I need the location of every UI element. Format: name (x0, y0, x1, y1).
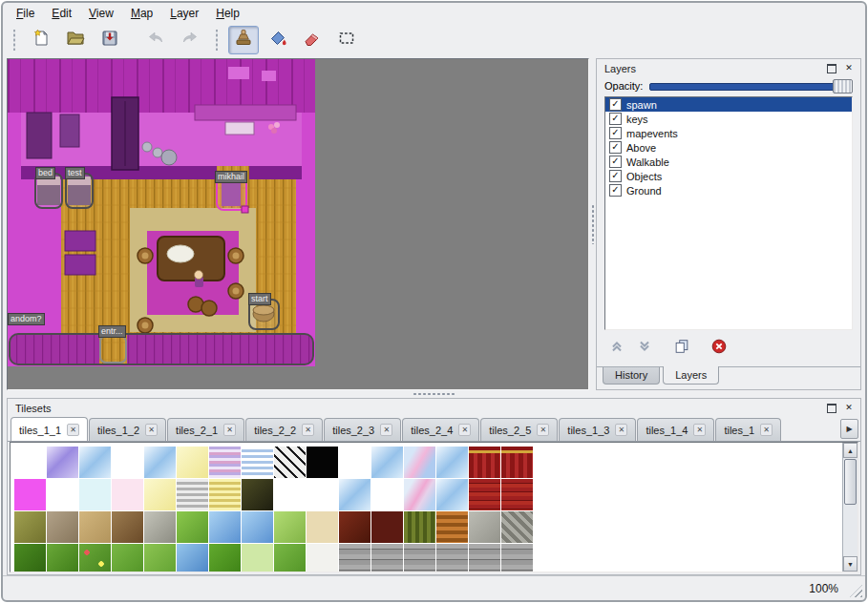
tab-close-icon[interactable]: ✕ (693, 424, 706, 436)
close-dock-button[interactable]: ✕ (842, 62, 856, 74)
layer-row-keys[interactable]: ✓keys (605, 112, 852, 126)
tileset-tab-tiles_1_2[interactable]: tiles_1_2✕ (89, 418, 166, 441)
tileset-tile[interactable] (79, 511, 111, 543)
layer-visibility-checkbox[interactable]: ✓ (609, 98, 622, 111)
tileset-tile[interactable] (14, 447, 46, 478)
layer-list[interactable]: ✓spawn✓keys✓mapevents✓Above✓Walkable✓Obj… (604, 96, 853, 330)
raise-layer-button[interactable] (606, 338, 627, 359)
stamp-brush-button[interactable] (228, 26, 259, 54)
tileset-tile[interactable] (242, 479, 273, 510)
tileset-tile[interactable] (209, 544, 241, 572)
menu-map[interactable]: Map (123, 5, 160, 22)
dock-tab-layers[interactable]: Layers (663, 366, 719, 385)
toolbar-grip[interactable] (214, 30, 220, 51)
save-button[interactable] (95, 26, 125, 54)
tab-close-icon[interactable]: ✕ (537, 424, 549, 436)
tab-scroll-right-button[interactable]: ▶ (840, 419, 858, 439)
tileset-tile[interactable] (501, 447, 533, 478)
toolbar-grip[interactable] (11, 30, 17, 51)
float-dock-button[interactable] (825, 402, 838, 414)
bucket-fill-button[interactable] (263, 26, 293, 54)
tileset-tile[interactable] (436, 544, 468, 572)
tileset-tile[interactable] (307, 544, 338, 572)
scroll-up-button[interactable]: ▲ (843, 443, 857, 458)
duplicate-layer-button[interactable] (671, 338, 692, 359)
tileset-tab-tiles_2_4[interactable]: tiles_2_4✕ (402, 418, 479, 441)
scroll-down-button[interactable]: ▼ (843, 556, 857, 572)
tileset-tile[interactable] (339, 511, 370, 543)
tileset-tile[interactable] (209, 511, 241, 543)
tileset-tile[interactable] (112, 511, 143, 543)
layer-visibility-checkbox[interactable]: ✓ (609, 113, 622, 125)
tileset-tile[interactable] (47, 447, 78, 478)
tileset-tile[interactable] (274, 479, 306, 510)
vertical-splitter[interactable] (589, 58, 596, 390)
lower-layer-button[interactable] (634, 338, 655, 359)
menu-edit[interactable]: Edit (44, 5, 79, 22)
layer-row-Ground[interactable]: ✓Ground (605, 183, 852, 198)
tileset-tile[interactable] (112, 447, 143, 478)
tileset-tile[interactable] (307, 479, 338, 510)
menu-view[interactable]: View (81, 5, 121, 22)
tab-close-icon[interactable]: ✕ (615, 424, 627, 436)
tileset-tile[interactable] (501, 544, 533, 572)
tileset-tile[interactable] (79, 447, 111, 478)
tab-close-icon[interactable]: ✕ (760, 424, 773, 436)
tileset-tile[interactable] (436, 511, 468, 543)
tileset-tab-tiles_2_5[interactable]: tiles_2_5✕ (480, 418, 558, 441)
layer-row-Above[interactable]: ✓Above (605, 140, 852, 155)
tileset-tile[interactable] (469, 479, 500, 510)
redo-button[interactable] (175, 26, 205, 54)
eraser-button[interactable] (297, 26, 328, 54)
tileset-tile[interactable] (47, 479, 78, 510)
tileset-tile[interactable] (79, 479, 111, 510)
tileset-tile[interactable] (404, 511, 435, 543)
map-canvas[interactable]: bedtestmikhailstartentr...andom? (8, 59, 315, 366)
tileset-tile[interactable] (177, 479, 208, 510)
tileset-tile[interactable] (371, 479, 403, 510)
opacity-slider-handle[interactable] (833, 79, 853, 94)
tileset-tile[interactable] (371, 447, 403, 478)
tileset-tab-tiles_1_3[interactable]: tiles_1_3✕ (559, 418, 636, 441)
layer-visibility-checkbox[interactable]: ✓ (609, 141, 622, 154)
tileset-tile[interactable] (371, 544, 403, 572)
tileset-tile[interactable] (436, 447, 468, 478)
tileset-tile[interactable] (112, 544, 143, 572)
layer-visibility-checkbox[interactable]: ✓ (609, 156, 622, 168)
map-view[interactable]: bedtestmikhailstartentr...andom? (7, 58, 589, 390)
horizontal-splitter[interactable] (3, 390, 865, 398)
tileset-tab-tiles_1_4[interactable]: tiles_1_4✕ (637, 418, 714, 441)
tileset-tile[interactable] (14, 511, 46, 543)
tileset-tile[interactable] (307, 447, 338, 478)
layer-row-spawn[interactable]: ✓spawn (605, 97, 852, 112)
layer-visibility-checkbox[interactable]: ✓ (609, 127, 622, 139)
menu-help[interactable]: Help (208, 5, 247, 22)
tileset-tile[interactable] (404, 479, 435, 510)
tab-close-icon[interactable]: ✕ (302, 424, 314, 436)
tileset-tile[interactable] (144, 544, 176, 572)
tileset-tab-tiles_1_1[interactable]: tiles_1_1✕ (11, 417, 88, 442)
scrollbar-track[interactable] (843, 506, 857, 556)
close-dock-button[interactable]: ✕ (842, 402, 856, 414)
tileset-tile[interactable] (177, 511, 208, 543)
tab-close-icon[interactable]: ✕ (223, 424, 236, 436)
resize-grip[interactable] (850, 585, 862, 597)
tileset-tab-tiles_1[interactable]: tiles_1✕ (715, 418, 781, 441)
tileset-tile[interactable] (144, 511, 176, 543)
menu-layer[interactable]: Layer (162, 5, 206, 22)
dock-tab-history[interactable]: History (603, 367, 660, 385)
layer-row-mapevents[interactable]: ✓mapevents (605, 126, 852, 140)
tileset-tile[interactable] (404, 447, 435, 478)
tileset-tile[interactable] (436, 479, 468, 510)
tileset-tile[interactable] (47, 544, 78, 572)
rect-select-button[interactable] (331, 26, 362, 54)
tileset-tile[interactable] (339, 544, 370, 572)
layer-visibility-checkbox[interactable]: ✓ (609, 184, 622, 197)
tileset-tile[interactable] (501, 479, 533, 510)
menu-file[interactable]: File (9, 5, 42, 22)
tileset-tile[interactable] (404, 544, 435, 572)
tileset-tile[interactable] (339, 479, 370, 510)
tileset-scrollbar[interactable]: ▲ ▼ (842, 443, 857, 572)
tileset-tile[interactable] (307, 511, 338, 543)
tileset-tile[interactable] (209, 479, 241, 510)
